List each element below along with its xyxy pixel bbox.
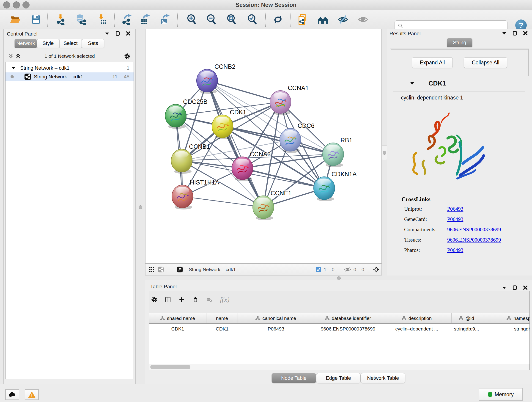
export-network-icon[interactable] [121, 14, 133, 25]
hidden-eye-icon[interactable] [344, 267, 351, 273]
gene-section-header[interactable]: CDK1 [391, 76, 528, 91]
table-cell[interactable]: stringdb:9... [452, 324, 481, 334]
node-label-CCNA2: CCNA2 [250, 151, 271, 158]
network-node-HIST1H1A[interactable]: HIST1H1A [172, 179, 219, 210]
float-panel-icon[interactable] [104, 31, 110, 36]
maximize-panel-icon[interactable] [512, 30, 518, 36]
close-panel-icon[interactable] [522, 285, 528, 291]
zoom-in-icon[interactable] [186, 14, 197, 25]
footer-separator [339, 265, 339, 274]
table-cell[interactable]: P06493 [238, 324, 314, 334]
crosslink-label: Compartments: [404, 227, 447, 233]
table-row[interactable]: CDK1CDK1P064939606.ENSP00000378699cyclin… [149, 324, 530, 334]
crosslink-link[interactable]: 9606.ENSP00000378699 [447, 237, 501, 243]
network-options-gear-icon[interactable] [124, 53, 130, 59]
network-node-CDK1[interactable]: CDK1 [212, 109, 246, 139]
delete-table-icon[interactable] [206, 297, 212, 303]
network-node-CCNE1[interactable]: CCNE1 [253, 190, 292, 220]
memory-button[interactable]: Memory [479, 388, 523, 401]
node-label-CCNB2: CCNB2 [215, 63, 235, 70]
new-network-from-selection-icon[interactable] [298, 14, 309, 25]
tab-network[interactable]: Network [14, 39, 37, 48]
expand-all-button[interactable]: Expand All [412, 57, 453, 68]
network-collection-row[interactable]: String Network – cdk1 1 [6, 64, 133, 72]
detach-view-icon[interactable] [177, 267, 183, 273]
column-header-description[interactable]: description [382, 313, 452, 323]
column-header-name[interactable]: name [206, 313, 238, 323]
collapse-all-button[interactable]: Collapse All [464, 57, 507, 68]
column-header-canonical-name[interactable]: canonical name [238, 313, 314, 323]
export-table-icon[interactable] [139, 14, 151, 25]
import-network-from-file-icon[interactable] [56, 14, 67, 25]
maximize-panel-icon[interactable] [512, 285, 518, 291]
cloud-status-button[interactable] [5, 389, 19, 400]
import-table-from-file-icon[interactable] [96, 14, 108, 25]
hide-selected-icon[interactable] [337, 14, 349, 25]
section-collapse-icon[interactable] [409, 80, 415, 86]
table-horizontal-scrollbar[interactable] [149, 364, 529, 370]
network-canvas[interactable]: CCNB2CCNA1CDC25BCDK1CDC6RB1CCNB1CCNA2CDK… [145, 29, 382, 264]
tab-node-table[interactable]: Node Table [272, 373, 316, 383]
network-node-CDKN1A[interactable]: CDKN1A [314, 171, 357, 201]
network-node-RB1[interactable]: RB1 [323, 137, 353, 167]
crosslink-row: Tissues:9606.ENSP00000378699 [404, 237, 501, 243]
table-panel-title: Table Panel [150, 284, 177, 290]
import-network-from-database-icon[interactable] [75, 14, 87, 25]
first-neighbors-icon[interactable] [317, 14, 329, 25]
tab-network-table[interactable]: Network Table [361, 373, 405, 383]
maximize-panel-icon[interactable] [115, 31, 121, 36]
zoom-selected-region-icon[interactable] [247, 14, 258, 25]
float-panel-icon[interactable] [501, 285, 507, 291]
collection-expand-icon[interactable] [11, 65, 17, 71]
network-row[interactable]: String Network – cdk1 11 48 [6, 72, 133, 81]
crosslink-link[interactable]: P06493 [447, 216, 463, 222]
table-cell[interactable]: CDK1 [206, 324, 238, 334]
scrollbar-thumb[interactable] [150, 365, 190, 369]
apply-preferred-layout-icon[interactable] [272, 14, 284, 25]
export-image-icon[interactable] [159, 14, 171, 25]
table-options-gear-icon[interactable] [151, 297, 157, 303]
column-header--id[interactable]: @id [452, 313, 481, 323]
create-column-icon[interactable] [179, 297, 185, 303]
column-header-namespace[interactable]: namespace [481, 313, 530, 323]
string-results-container: Expand All Collapse All CDK1 cyclin–depe… [390, 49, 529, 269]
crosslink-label: Uniprot: [404, 206, 447, 212]
column-header-database-identifier[interactable]: database identifier [314, 313, 382, 323]
grid-view-icon[interactable] [149, 267, 155, 273]
function-builder-icon[interactable]: f(x) [220, 296, 230, 303]
selected-counts: 1 – 0 [324, 267, 335, 272]
tab-style[interactable]: Style [37, 39, 59, 48]
birds-eye-pan-icon[interactable] [373, 267, 379, 273]
close-panel-icon[interactable] [522, 30, 528, 36]
show-column-icon[interactable] [165, 297, 171, 303]
bottom-splitter-grip[interactable] [337, 276, 341, 280]
selected-checkbox-icon[interactable] [316, 267, 322, 273]
delete-column-icon[interactable] [192, 297, 198, 303]
warnings-button[interactable] [25, 389, 39, 400]
table-cell[interactable]: CDK1 [149, 324, 206, 334]
table-cell[interactable]: stringdb [481, 324, 530, 334]
float-panel-icon[interactable] [501, 30, 507, 36]
window-title: Session: New Session [0, 2, 532, 8]
network-view-mode-icon[interactable] [158, 267, 164, 273]
table-cell[interactable]: 9606.ENSP00000378699 [314, 324, 382, 334]
tab-string[interactable]: String [447, 38, 472, 47]
gene-details: cyclin–dependent kinase 1 [393, 91, 525, 261]
crosslink-link[interactable]: P06493 [447, 206, 463, 212]
save-session-icon[interactable] [30, 14, 42, 25]
tab-edge-table[interactable]: Edge Table [316, 373, 361, 383]
right-splitter-grip[interactable] [382, 145, 387, 160]
close-panel-icon[interactable] [125, 31, 131, 36]
column-header-shared-name[interactable]: shared name [149, 313, 206, 323]
zoom-out-icon[interactable] [206, 14, 217, 25]
crosslink-link[interactable]: P06493 [447, 247, 463, 253]
show-all-icon[interactable] [357, 14, 369, 25]
footer-network-title: String Network – cdk1 [189, 267, 236, 272]
crosslink-link[interactable]: 9606.ENSP00000378699 [447, 227, 501, 233]
table-cell[interactable]: cyclin–dependent ... [382, 324, 452, 334]
zoom-fit-content-icon[interactable] [226, 14, 237, 25]
tab-sets[interactable]: Sets [82, 39, 104, 48]
open-session-icon[interactable] [10, 14, 21, 25]
left-splitter-grip[interactable] [139, 205, 142, 209]
tab-select[interactable]: Select [59, 39, 82, 48]
